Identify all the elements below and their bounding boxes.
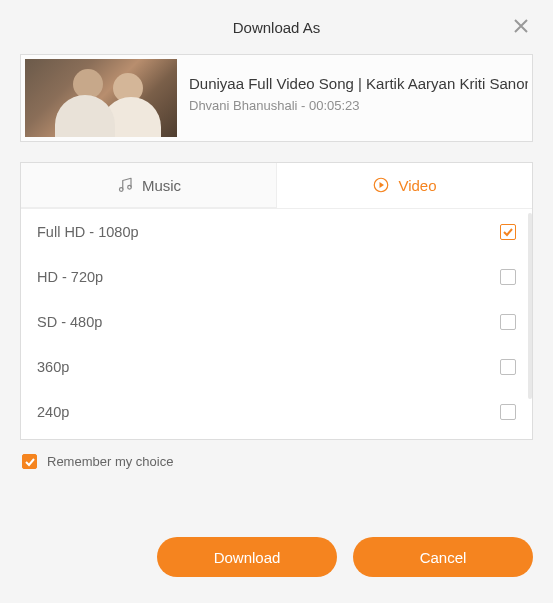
- tab-video[interactable]: Video: [277, 163, 532, 208]
- remember-checkbox[interactable]: [22, 454, 37, 469]
- video-thumbnail: [25, 59, 177, 137]
- check-icon: [24, 456, 36, 468]
- quality-checkbox[interactable]: [500, 359, 516, 375]
- quality-checkbox[interactable]: [500, 404, 516, 420]
- svg-point-0: [119, 188, 123, 192]
- cancel-button[interactable]: Cancel: [353, 537, 533, 577]
- quality-checkbox[interactable]: [500, 269, 516, 285]
- quality-options[interactable]: Full HD - 1080pHD - 720pSD - 480p360p240…: [21, 209, 532, 439]
- close-icon: [514, 19, 528, 33]
- quality-option[interactable]: 240p: [21, 389, 532, 434]
- quality-label: 360p: [37, 359, 69, 375]
- quality-label: Full HD - 1080p: [37, 224, 139, 240]
- download-button[interactable]: Download: [157, 537, 337, 577]
- media-card: Duniyaa Full Video Song | Kartik Aaryan …: [20, 54, 533, 142]
- media-title: Duniyaa Full Video Song | Kartik Aaryan …: [189, 75, 528, 92]
- quality-label: 240p: [37, 404, 69, 420]
- tabs: Music Video: [21, 163, 532, 209]
- download-as-dialog: Download As Duniyaa Full Video Song | Ka…: [0, 0, 553, 603]
- media-info: Duniyaa Full Video Song | Kartik Aaryan …: [189, 59, 528, 113]
- quality-checkbox[interactable]: [500, 224, 516, 240]
- dialog-title: Download As: [233, 19, 321, 36]
- tab-music[interactable]: Music: [21, 163, 277, 208]
- music-icon: [116, 176, 134, 194]
- media-duration: 00:05:23: [309, 98, 360, 113]
- dialog-header: Download As: [20, 0, 533, 54]
- quality-label: HD - 720p: [37, 269, 103, 285]
- quality-option[interactable]: 360p: [21, 344, 532, 389]
- format-panel: Music Video Full HD - 1080pHD - 720pSD -…: [20, 162, 533, 440]
- remember-choice[interactable]: Remember my choice: [20, 454, 533, 469]
- quality-option[interactable]: Full HD - 1080p: [21, 209, 532, 254]
- tab-music-label: Music: [142, 177, 181, 194]
- quality-label: SD - 480p: [37, 314, 102, 330]
- svg-point-1: [128, 185, 132, 189]
- quality-option[interactable]: SD - 480p: [21, 299, 532, 344]
- remember-label: Remember my choice: [47, 454, 173, 469]
- quality-option[interactable]: HD - 720p: [21, 254, 532, 299]
- dialog-footer: Download Cancel: [0, 537, 553, 577]
- check-icon: [502, 226, 514, 238]
- tab-video-label: Video: [398, 177, 436, 194]
- quality-checkbox[interactable]: [500, 314, 516, 330]
- close-button[interactable]: [509, 14, 533, 38]
- media-artist: Dhvani Bhanushali: [189, 98, 297, 113]
- media-subtitle: Dhvani Bhanushali - 00:05:23: [189, 98, 528, 113]
- video-icon: [372, 176, 390, 194]
